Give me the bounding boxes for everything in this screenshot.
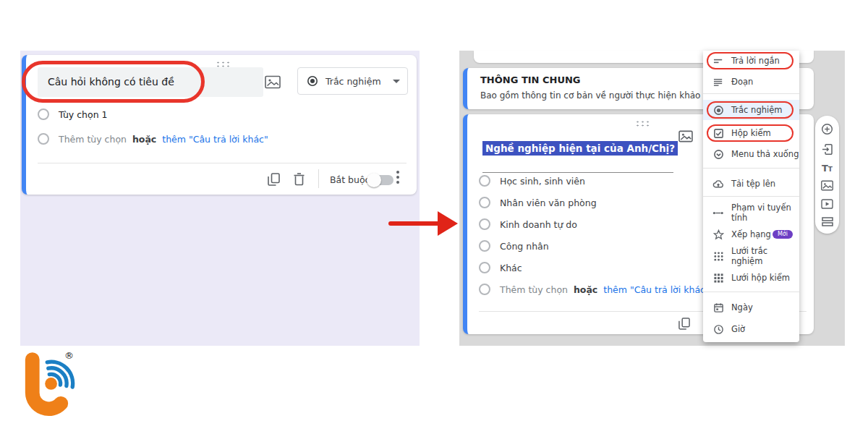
red-arrow-head-icon: [438, 211, 458, 236]
option-row[interactable]: Khác: [479, 262, 522, 273]
duplicate-icon[interactable]: [678, 318, 690, 330]
option-label: Học sinh, sinh viên: [500, 176, 585, 187]
left-form-panel: Câu hỏi không có tiêu đề Trắc nghiệm: [20, 51, 420, 346]
more-options-icon[interactable]: [396, 171, 399, 174]
new-badge: Mới: [773, 230, 793, 239]
question-title-input[interactable]: Câu hỏi không có tiêu đề: [38, 67, 263, 97]
card-footer-divider: [38, 163, 407, 163]
chevron-down-icon: [393, 80, 400, 83]
add-option-row[interactable]: Thêm tùy chọn hoặc thêm "Câu trả lời khá…: [479, 284, 710, 295]
paragraph-icon: [712, 76, 724, 88]
menu-item-checkbox-grid[interactable]: Lưới hộp kiểm: [703, 268, 799, 288]
add-option-text[interactable]: Thêm tùy chọn: [500, 284, 568, 295]
option-row[interactable]: Công nhân: [479, 240, 549, 252]
add-title-description-icon[interactable]: TT: [822, 163, 833, 173]
radio-icon[interactable]: [479, 197, 490, 208]
menu-item-label: Lưới trắc nghiệm: [731, 246, 799, 266]
tutorial-screenshot: Câu hỏi không có tiêu đề Trắc nghiệm: [0, 0, 868, 434]
drag-handle-icon[interactable]: [635, 120, 650, 127]
question-title-selected[interactable]: Nghề nghiệp hiện tại của Anh/Chị?: [482, 141, 678, 156]
add-section-icon[interactable]: [822, 217, 833, 226]
radio-icon[interactable]: [479, 218, 490, 230]
menu-divider: [703, 93, 799, 94]
radio-checked-icon: [307, 75, 318, 87]
menu-item-label: Phạm vi tuyến tính: [731, 203, 799, 223]
option-label: Tùy chọn 1: [59, 109, 108, 120]
question-card-left: Câu hỏi không có tiêu đề Trắc nghiệm: [22, 55, 417, 195]
short-answer-icon: [712, 55, 724, 67]
toggle-knob: [367, 173, 381, 187]
add-video-icon[interactable]: [821, 199, 833, 209]
add-other-answer-link[interactable]: thêm "Câu trả lời khác": [603, 284, 709, 295]
duplicate-icon[interactable]: [268, 173, 280, 186]
delete-icon[interactable]: [294, 173, 305, 186]
menu-item-label: Ngày: [731, 302, 753, 312]
option-label: Khác: [500, 263, 522, 273]
menu-item-label: Menu thả xuống: [731, 149, 799, 159]
required-toggle[interactable]: [369, 175, 393, 185]
menu-item-date[interactable]: Ngày: [703, 297, 799, 318]
radio-icon[interactable]: [38, 109, 49, 120]
menu-item-checkboxes[interactable]: Hộp kiểm: [703, 123, 799, 143]
import-questions-icon[interactable]: [822, 143, 833, 156]
logo-t-wifi-icon: [20, 352, 75, 418]
menu-item-time[interactable]: Giờ: [703, 319, 799, 339]
menu-item-multiple-choice-grid[interactable]: Lưới trắc nghiệm: [703, 246, 799, 266]
add-other-answer-link[interactable]: thêm "Câu trả lời khác": [162, 134, 268, 145]
footer-divider: [318, 169, 319, 188]
add-image-icon[interactable]: [265, 75, 281, 89]
add-question-icon[interactable]: [821, 123, 833, 135]
menu-item-label: Đoạn: [731, 77, 753, 87]
menu-item-rating[interactable]: Xếp hạng Mới: [703, 224, 799, 244]
add-image-icon[interactable]: [678, 130, 693, 142]
option-label: Kinh doanh tự do: [500, 219, 577, 230]
form-side-toolbar: TT: [815, 116, 839, 234]
add-option-or: hoặc: [132, 134, 156, 145]
menu-item-file-upload[interactable]: Tải tệp lên: [703, 174, 799, 194]
option-row[interactable]: Học sinh, sinh viên: [479, 175, 585, 187]
grid-checkbox-icon: [712, 272, 724, 284]
title-underline: [482, 172, 673, 173]
question-type-value: Trắc nghiệm: [326, 76, 381, 87]
radio-icon[interactable]: [479, 240, 490, 252]
menu-item-multiple-choice[interactable]: Trắc nghiệm: [703, 100, 799, 120]
menu-item-paragraph[interactable]: Đoạn: [703, 72, 799, 92]
checkbox-icon: [712, 127, 724, 139]
option-label: Nhân viên văn phòng: [500, 197, 597, 208]
option-row[interactable]: Tùy chọn 1: [38, 109, 108, 120]
menu-item-label: Hộp kiểm: [731, 128, 771, 138]
registered-trademark: ®: [64, 350, 74, 361]
menu-item-label: Lưới hộp kiểm: [731, 273, 790, 283]
option-row[interactable]: Nhân viên văn phòng: [479, 197, 597, 208]
menu-item-short-answer[interactable]: Trả lời ngắn: [703, 51, 799, 71]
drag-handle-icon[interactable]: [216, 61, 231, 67]
question-type-dropdown[interactable]: Trắc nghiệm: [297, 67, 408, 95]
add-option-text[interactable]: Thêm tùy chọn: [59, 134, 127, 145]
menu-item-label: Trả lời ngắn: [731, 56, 780, 66]
dropdown-icon: [712, 148, 724, 160]
linear-scale-icon: [712, 207, 724, 218]
menu-item-dropdown[interactable]: Menu thả xuống: [703, 144, 799, 164]
clock-icon: [712, 323, 724, 335]
brand-logo: ®: [20, 352, 75, 418]
add-image-icon[interactable]: [821, 180, 833, 191]
grid-radio-icon: [712, 250, 724, 262]
menu-item-label: Giờ: [731, 324, 745, 334]
section-description: Bao gồm thông tin cơ bản về người thực h…: [480, 90, 717, 101]
add-option-row[interactable]: Thêm tùy chọn hoặc thêm "Câu trả lời khá…: [38, 133, 268, 145]
radio-icon[interactable]: [479, 262, 490, 273]
question-type-menu: Trả lời ngắn Đoạn Trắc nghi: [703, 51, 799, 342]
menu-divider: [703, 292, 799, 292]
upload-icon: [712, 178, 724, 190]
menu-item-linear-scale[interactable]: Phạm vi tuyến tính: [703, 203, 799, 223]
required-label: Bắt buộc: [330, 174, 370, 185]
section-title: THÔNG TIN CHUNG: [480, 75, 581, 85]
radio-icon: [712, 104, 724, 116]
option-row[interactable]: Kinh doanh tự do: [479, 218, 577, 230]
radio-icon[interactable]: [479, 175, 490, 187]
menu-item-label: Xếp hạng: [731, 229, 771, 239]
menu-item-label: Trắc nghiệm: [731, 105, 782, 115]
calendar-icon: [712, 302, 724, 313]
radio-icon: [38, 133, 49, 145]
menu-divider: [703, 196, 799, 197]
